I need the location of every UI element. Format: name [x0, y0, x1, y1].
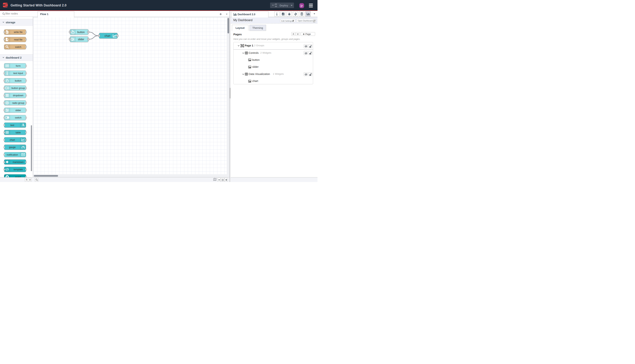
svg-text:slider: slider — [78, 38, 84, 41]
svg-text:button: button — [77, 31, 85, 34]
svg-text:chart: chart — [104, 34, 110, 37]
